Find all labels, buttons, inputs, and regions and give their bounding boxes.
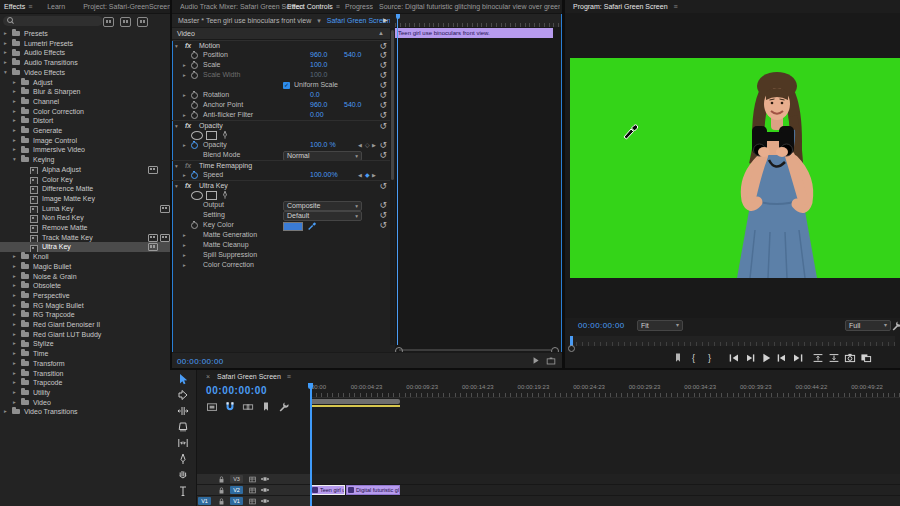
stopwatch-icon[interactable] [191,92,198,99]
twirl-icon[interactable]: ▸ [13,97,16,107]
lift-button[interactable] [812,352,824,364]
program-tab[interactable]: Program: Safari Green Screen ≡ [573,0,678,13]
program-scrubber[interactable] [570,336,895,346]
track-target-v2[interactable]: V2 [230,486,243,494]
track-output-eye-icon[interactable] [260,474,270,485]
reset-parameter-icon[interactable]: ↺ [379,60,387,70]
sync-lock-icon[interactable] [248,486,257,496]
timeline-playhead-head[interactable] [308,383,313,389]
reset-parameter-icon[interactable]: ↺ [379,70,387,80]
reset-parameter-icon[interactable]: ↺ [379,210,387,220]
tree-item-remove-matte[interactable]: Remove Matte [0,223,170,233]
reset-parameter-icon[interactable]: ↺ [379,220,387,230]
effects-tab-learn[interactable]: Learn [47,0,65,13]
twirl-icon[interactable]: ▸ [183,60,186,70]
stopwatch-icon[interactable] [191,72,198,79]
tree-item-immersive-video[interactable]: ▸Immersive Video [0,145,170,155]
twirl-icon[interactable]: ▸ [13,291,16,301]
ec-tab-effect-controls[interactable]: Effect Controls≡ [287,0,340,13]
timeline-clip-teen-girl-u[interactable]: Teen girl u [310,485,345,495]
accelerated-effects-filter-icon[interactable] [103,17,114,27]
twirl-icon[interactable]: ▸ [13,78,16,88]
ec-mini-clip[interactable]: Teen girl use binoculars front view. [395,28,553,38]
selection-tool[interactable] [177,373,189,385]
tree-item-keying[interactable]: ▾Keying [0,155,170,165]
ec-mini-playhead[interactable] [397,14,398,345]
tree-item-rg-magic-bullet[interactable]: ▸RG Magic Bullet [0,301,170,311]
ec-clip-nav-arrow-icon[interactable]: ▶ [383,14,388,27]
effects-search-box[interactable] [3,16,103,26]
track-lane-v3[interactable] [310,474,900,485]
twirl-icon[interactable]: ▸ [13,320,16,330]
effects-tab-effects[interactable]: Effects≡ [4,0,32,13]
track-target-v3[interactable]: V3 [230,475,243,483]
twirl-icon[interactable]: ▸ [13,145,16,155]
parameter-value[interactable]: 960.0 [310,50,328,60]
sync-lock-icon[interactable] [248,497,257,506]
ec-vertical-scrollbar[interactable] [390,28,394,345]
panel-menu-icon[interactable]: ≡ [28,3,32,10]
dropdown-output[interactable]: Composite▾ [283,201,362,211]
twirl-icon[interactable]: ▸ [4,29,7,39]
twirl-icon[interactable]: ▸ [13,388,16,398]
section-label[interactable]: Matte Cleanup [203,240,249,250]
source-patch-v1[interactable]: V1 [198,497,211,505]
twirl-icon[interactable]: ▸ [183,230,186,240]
export-frame-button[interactable] [844,352,856,364]
twirl-icon[interactable]: ▸ [13,310,16,320]
tree-item-channel[interactable]: ▸Channel [0,97,170,107]
comparison-view-button[interactable] [860,352,872,364]
timeline-clip-digital-futuristic-glit[interactable]: Digital futuristic glit [346,485,400,495]
nest-toggle-icon[interactable] [206,401,218,413]
reset-parameter-icon[interactable]: ↺ [379,90,387,100]
add-keyframe-icon[interactable]: ◆ [365,170,370,180]
tree-item-generate[interactable]: ▸Generate [0,126,170,136]
tree-item-presets[interactable]: ▸Presets [0,29,170,39]
twirl-icon[interactable]: ▸ [13,369,16,379]
razor-tool[interactable] [177,421,189,433]
tree-item-transition[interactable]: ▸Transition [0,369,170,379]
ec-tab-source[interactable]: Source: Digital futuristic glitching bin… [379,0,560,13]
type-tool[interactable] [177,485,189,497]
panel-menu-icon[interactable]: ≡ [674,3,678,10]
twirl-icon[interactable]: ▾ [4,68,7,78]
parameter-value[interactable]: 0.0 [310,90,320,100]
program-settings-wrench-icon[interactable] [891,320,900,332]
parameter-value[interactable]: 960.0 [310,100,328,110]
prev-keyframe-icon[interactable]: ◀ [358,140,362,150]
go-to-in-button[interactable] [728,352,740,364]
snap-toggle-icon[interactable] [224,401,236,413]
twirl-icon[interactable]: ▸ [13,262,16,272]
step-back-button[interactable] [744,352,756,364]
twirl-icon[interactable]: ▸ [4,39,7,49]
tree-item-obsolete[interactable]: ▸Obsolete [0,281,170,291]
timeline-zoom-scrollbar[interactable] [310,399,400,404]
tree-item-knoll[interactable]: ▸Knoll [0,252,170,262]
section-label[interactable]: Color Correction [203,260,254,270]
tree-item-trapcode[interactable]: ▸Trapcode [0,378,170,388]
tree-item-red-giant-denoiser-ii[interactable]: ▸Red Giant Denoiser II [0,320,170,330]
twirl-icon[interactable]: ▸ [183,90,186,100]
twirl-icon[interactable]: ▸ [13,359,16,369]
ec-master-label[interactable]: Master * Teen girl use binoculars front … [178,17,311,24]
tree-item-non-red-key[interactable]: Non Red Key [0,213,170,223]
tree-item-transform[interactable]: ▸Transform [0,359,170,369]
rect-mask-icon[interactable] [206,131,217,140]
reset-parameter-icon[interactable]: ↺ [379,100,387,110]
twirl-icon[interactable]: ▸ [13,398,16,408]
go-to-out-button[interactable] [792,352,804,364]
timeline-tab[interactable]: Safari Green Screen [217,373,281,380]
add-marker-icon[interactable] [260,401,272,413]
program-timecode[interactable]: 00:00:00:00 [578,321,625,330]
tree-item-video-effects[interactable]: ▾Video Effects [0,68,170,78]
tree-item-difference-matte[interactable]: Difference Matte [0,184,170,194]
parameter-value[interactable]: 100.0 [310,70,328,80]
stopwatch-icon[interactable] [191,222,198,229]
slip-tool[interactable] [177,437,189,449]
twirl-icon[interactable]: ▸ [13,107,16,117]
tree-item-audio-transitions[interactable]: ▸Audio Transitions [0,58,170,68]
next-keyframe-icon[interactable]: ▶ [372,140,376,150]
add-marker-button[interactable] [672,352,684,364]
ec-tab-progress[interactable]: Progress [345,0,373,13]
prev-keyframe-icon[interactable]: ◀ [358,170,362,180]
